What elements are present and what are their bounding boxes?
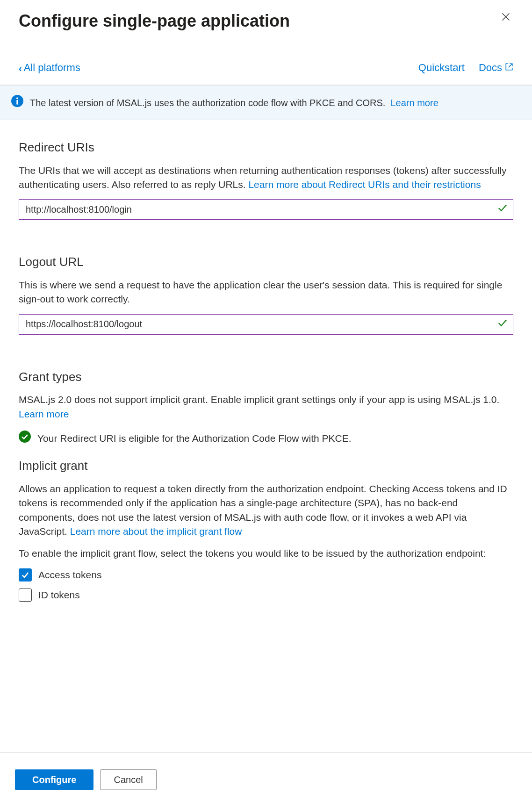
success-text: Your Redirect URI is eligible for the Au… [37, 431, 352, 445]
checkmark-icon [497, 203, 508, 216]
redirect-uris-description: The URIs that we will accept as destinat… [19, 164, 513, 192]
close-button[interactable] [498, 9, 513, 26]
banner-text: The latest version of MSAL.js uses the a… [30, 98, 385, 108]
svg-rect-4 [16, 100, 18, 105]
footer-divider [0, 752, 532, 753]
redirect-uris-heading: Redirect URIs [19, 139, 513, 156]
id-tokens-checkbox[interactable] [19, 589, 32, 602]
banner-learn-more-link[interactable]: Learn more [391, 98, 439, 108]
implicit-learn-more-link[interactable]: Learn more about the implicit grant flow [70, 526, 242, 537]
access-tokens-label: Access tokens [38, 568, 101, 581]
implicit-grant-description: Allows an application to request a token… [19, 482, 513, 539]
grant-types-learn-more-link[interactable]: Learn more [19, 409, 69, 419]
cancel-button[interactable]: Cancel [100, 769, 156, 790]
close-icon [501, 16, 510, 23]
back-link-label: All platforms [24, 61, 80, 75]
implicit-grant-heading: Implicit grant [19, 457, 513, 474]
grant-types-heading: Grant types [19, 368, 513, 385]
back-all-platforms-link[interactable]: ‹ All platforms [19, 61, 80, 75]
quickstart-link[interactable]: Quickstart [418, 61, 465, 75]
eligibility-success-message: Your Redirect URI is eligible for the Au… [19, 431, 513, 446]
logout-url-description: This is where we send a request to have … [19, 278, 513, 307]
checkmark-icon [497, 317, 508, 331]
info-icon [11, 95, 23, 110]
info-banner: The latest version of MSAL.js uses the a… [0, 85, 532, 120]
implicit-enable-text: To enable the implicit grant flow, selec… [19, 546, 513, 560]
success-check-icon [19, 431, 31, 446]
access-tokens-checkbox-row[interactable]: Access tokens [19, 568, 513, 581]
logout-url-heading: Logout URL [19, 253, 513, 270]
chevron-left-icon: ‹ [19, 62, 22, 75]
svg-point-5 [19, 431, 31, 443]
external-link-icon [502, 61, 513, 75]
logout-url-input[interactable] [19, 314, 513, 335]
docs-link-label: Docs [479, 61, 502, 75]
docs-link[interactable]: Docs [479, 61, 513, 75]
id-tokens-label: ID tokens [38, 588, 80, 602]
grant-types-description: MSAL.js 2.0 does not support implicit gr… [19, 393, 513, 421]
redirect-uri-input[interactable] [19, 199, 513, 220]
svg-point-3 [16, 97, 18, 99]
id-tokens-checkbox-row[interactable]: ID tokens [19, 588, 513, 602]
page-title: Configure single-page application [19, 9, 290, 33]
configure-button[interactable]: Configure [15, 769, 93, 790]
redirect-learn-more-link[interactable]: Learn more about Redirect URIs and their… [248, 179, 481, 190]
access-tokens-checkbox[interactable] [19, 568, 32, 581]
